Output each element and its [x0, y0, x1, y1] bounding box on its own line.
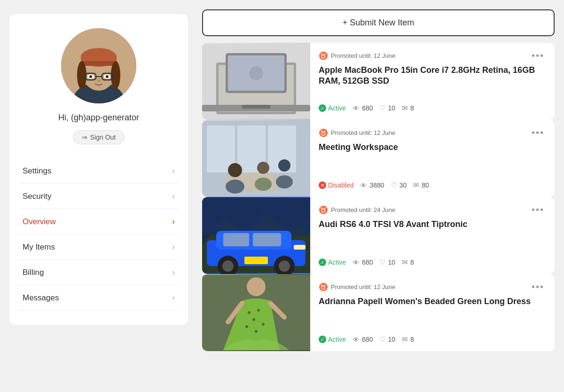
messages-stat: ✉ 8 [402, 104, 414, 112]
nav-item-label: Settings [23, 166, 51, 176]
messages-count: 8 [410, 259, 414, 266]
envelope-icon: ✉ [402, 335, 408, 344]
nav-item-label: Security [23, 192, 51, 201]
svg-point-46 [222, 260, 234, 272]
heart-icon: ♡ [379, 335, 385, 344]
promoted-label: ♉ Promoted until: 12 June [319, 128, 395, 137]
status-dot: ✓ [319, 259, 326, 266]
status-badge: ✓ Active [319, 104, 346, 112]
svg-rect-44 [253, 233, 281, 246]
promoted-label: ♉ Promoted until: 12 June [319, 51, 395, 60]
listing-stats: ✓ Active 👁 680 ♡ 10 ✉ 8 [319, 258, 546, 267]
status-label: Active [328, 104, 346, 112]
messages-stat: ✉ 8 [402, 335, 414, 344]
nav-item-label: Overview [23, 217, 56, 227]
more-options-button[interactable]: ••• [530, 127, 546, 138]
chevron-icon: › [172, 191, 175, 201]
chevron-icon: › [172, 293, 175, 303]
main-content: + Submit New Item ♉ Pr [197, 0, 564, 392]
eye-icon: 👁 [360, 181, 367, 189]
likes-count: 30 [400, 181, 407, 189]
listing-meta-row: ♉ Promoted until: 12 June ••• [319, 282, 546, 292]
listing-info: ♉ Promoted until: 24 June ••• Audi RS6 4… [310, 197, 555, 274]
svg-point-57 [245, 325, 248, 328]
heart-icon: ♡ [391, 181, 397, 189]
greeting-text: Hi, (gh)app-generator [58, 113, 139, 123]
listing-card: ♉ Promoted until: 12 June ••• Adrianna P… [202, 274, 555, 351]
status-dot: ✓ [319, 104, 326, 112]
sign-out-button[interactable]: ⇒ Sign Out [73, 130, 125, 144]
promoted-icon: ♉ [319, 128, 328, 137]
views-count: 680 [362, 259, 373, 266]
listing-card: ♉ Promoted until: 12 June ••• Apple MacB… [202, 43, 555, 120]
svg-point-35 [255, 178, 272, 191]
status-label: Disabled [328, 181, 353, 189]
avatar [61, 28, 136, 103]
promoted-until: Promoted until: 24 June [331, 206, 395, 213]
nav-list: Settings › Security › Overview › My Item… [19, 158, 179, 311]
likes-count: 10 [388, 104, 395, 112]
views-count: 680 [362, 336, 373, 343]
messages-count: 8 [410, 336, 414, 343]
promoted-until: Promoted until: 12 June [331, 283, 395, 290]
svg-point-55 [257, 309, 260, 312]
listing-stats: ✓ Active 👁 680 ♡ 10 ✉ 8 [319, 104, 546, 112]
heart-icon: ♡ [379, 104, 385, 112]
listing-image [202, 43, 310, 120]
promoted-icon: ♉ [319, 282, 328, 291]
listing-stats: ✕ Disabled 👁 3880 ♡ 30 ✉ 80 [319, 181, 546, 189]
svg-point-56 [252, 318, 255, 321]
sidebar-item-billing[interactable]: Billing › [19, 260, 179, 285]
nav-item-label: Billing [23, 268, 44, 277]
status-dot: ✓ [319, 336, 326, 343]
nav-item-label: Messages [23, 293, 59, 303]
sidebar-item-messages[interactable]: Messages › [19, 285, 179, 311]
messages-count: 8 [410, 104, 414, 112]
signout-icon: ⇒ [82, 133, 87, 141]
chevron-icon: › [172, 242, 175, 252]
listing-title: Audi RS6 4.0 TFSI V8 Avant Tiptronic [319, 219, 546, 230]
sidebar-item-overview[interactable]: Overview › [19, 209, 179, 235]
eye-icon: 👁 [352, 336, 360, 344]
status-badge: ✓ Active [319, 336, 346, 343]
listing-info: ♉ Promoted until: 12 June ••• Apple MacB… [310, 43, 555, 120]
svg-point-59 [255, 330, 258, 333]
listing-card: ♉ Promoted until: 24 June ••• Audi RS6 4… [202, 197, 555, 274]
sidebar-card: Hi, (gh)app-generator ⇒ Sign Out Setting… [9, 14, 188, 325]
sidebar-item-my-items[interactable]: My Items › [19, 235, 179, 260]
svg-point-53 [247, 277, 266, 296]
svg-rect-50 [244, 257, 268, 264]
status-dot: ✕ [319, 181, 326, 189]
views-stat: 👁 3880 [360, 181, 384, 189]
listing-title: Apple MacBook Pro 15in Core i7 2.8GHz Re… [319, 65, 546, 87]
listing-image [202, 274, 310, 351]
status-label: Active [328, 336, 346, 343]
sidebar-item-settings[interactable]: Settings › [19, 158, 179, 184]
svg-point-25 [249, 66, 263, 80]
envelope-icon: ✉ [402, 104, 408, 112]
svg-rect-24 [242, 105, 270, 109]
listing-title: Meeting Workspace [319, 142, 546, 153]
views-stat: 👁 680 [352, 104, 373, 112]
listing-meta-row: ♉ Promoted until: 24 June ••• [319, 204, 546, 215]
more-options-button[interactable]: ••• [530, 282, 546, 292]
listing-meta-row: ♉ Promoted until: 12 June ••• [319, 127, 546, 138]
more-options-button[interactable]: ••• [530, 204, 546, 215]
svg-rect-40 [202, 198, 310, 235]
listing-info: ♉ Promoted until: 12 June ••• Meeting Wo… [310, 120, 555, 197]
promoted-label: ♉ Promoted until: 12 June [319, 282, 395, 291]
likes-stat: ♡ 10 [379, 335, 395, 344]
promoted-until: Promoted until: 12 June [331, 129, 395, 136]
likes-count: 10 [388, 259, 395, 266]
promoted-label: ♉ Promoted until: 24 June [319, 205, 395, 214]
listing-image [202, 120, 310, 197]
sidebar-item-security[interactable]: Security › [19, 184, 179, 209]
status-label: Active [328, 259, 346, 266]
sidebar: Hi, (gh)app-generator ⇒ Sign Out Setting… [0, 0, 197, 392]
messages-stat: ✉ 8 [402, 258, 414, 267]
more-options-button[interactable]: ••• [530, 50, 546, 61]
sign-out-label: Sign Out [90, 133, 116, 141]
submit-new-item-button[interactable]: + Submit New Item [202, 9, 555, 36]
nav-item-label: My Items [23, 243, 55, 252]
promoted-icon: ♉ [319, 205, 328, 214]
